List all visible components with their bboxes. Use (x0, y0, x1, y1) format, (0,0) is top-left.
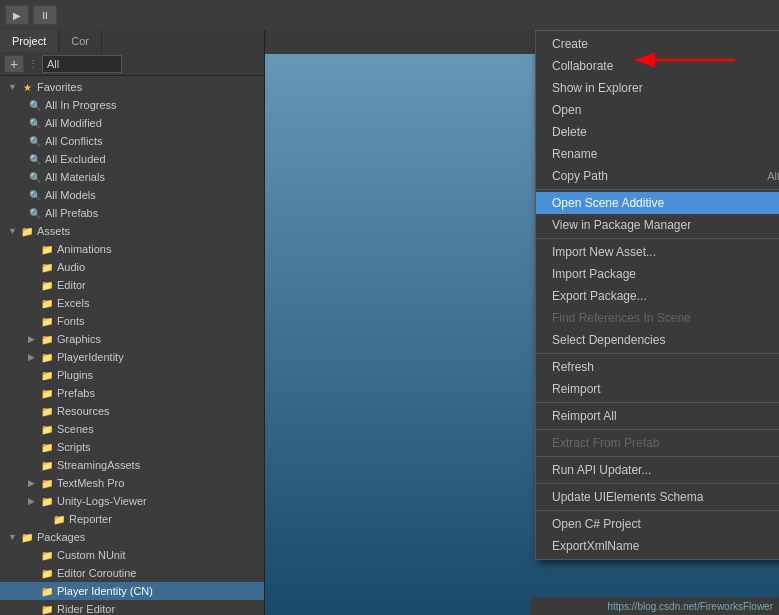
asset-item-label: Excels (57, 297, 89, 309)
list-item[interactable]: 🔍 All Materials (0, 168, 264, 186)
menu-item-create[interactable]: Create ▶ (536, 33, 779, 55)
folder-icon: 📁 (20, 224, 34, 238)
list-item[interactable]: 🔍 All Prefabs (0, 204, 264, 222)
list-item[interactable]: ▶ 📁 StreamingAssets (0, 456, 264, 474)
play-button[interactable]: ▶ (5, 5, 29, 25)
list-item[interactable]: 🔍 All Conflicts (0, 132, 264, 150)
menu-item-label: Update UIElements Schema (552, 490, 703, 504)
menu-separator (536, 353, 779, 354)
menu-item-label: Export Package... (552, 289, 647, 303)
search-icon: 🔍 (28, 134, 42, 148)
list-item[interactable]: ▶ 📁 Editor Coroutine (0, 564, 264, 582)
list-item[interactable]: ▶ 📁 Reporter (0, 510, 264, 528)
search-icon: 🔍 (28, 206, 42, 220)
folder-icon: 📁 (52, 512, 66, 526)
list-item[interactable]: ▶ 📁 Prefabs (0, 384, 264, 402)
player-identity-label: Player Identity (CN) (57, 585, 153, 597)
menu-item-reimport-all[interactable]: Reimport All (536, 405, 779, 427)
list-item[interactable]: ▶ 📁 Scripts (0, 438, 264, 456)
folder-icon: 📁 (40, 350, 54, 364)
menu-item-copy-path[interactable]: Copy Path Alt+Ctrl+C (536, 165, 779, 187)
menu-item-label: Run API Updater... (552, 463, 651, 477)
folder-icon: 📁 (40, 296, 54, 310)
packages-header[interactable]: ▼ 📁 Packages (0, 528, 264, 546)
fav-item-label: All In Progress (45, 99, 117, 111)
list-item[interactable]: ▶ 📁 Unity-Logs-Viewer (0, 492, 264, 510)
menu-item-label: Refresh (552, 360, 594, 374)
folder-icon: 📁 (40, 422, 54, 436)
asset-item-label: Scenes (57, 423, 94, 435)
folder-icon: 📁 (40, 242, 54, 256)
asset-item-label: Scripts (57, 441, 91, 453)
list-item[interactable]: ▶ 📁 Custom NUnit (0, 546, 264, 564)
folder-icon: 📁 (20, 530, 34, 544)
list-item[interactable]: ▶ 📁 Audio (0, 258, 264, 276)
menu-item-label: Create (552, 37, 588, 51)
menu-item-import-new-asset[interactable]: Import New Asset... (536, 241, 779, 263)
menu-item-refresh[interactable]: Refresh Ctrl+R (536, 356, 779, 378)
list-item[interactable]: ▶ 📁 Animations (0, 240, 264, 258)
menu-item-label: Find References In Scene (552, 311, 691, 325)
left-panel: Project Cor + ⋮ ▼ ★ Favorites 🔍 All In P… (0, 30, 265, 615)
context-menu: Create ▶ Collaborate ▶ Show in Explorer … (535, 30, 779, 560)
folder-icon: 📁 (40, 404, 54, 418)
menu-item-open-csharp[interactable]: Open C# Project (536, 513, 779, 535)
menu-item-export-xml-name[interactable]: ExportXmlName (536, 535, 779, 557)
list-item[interactable]: ▶ 📁 Editor (0, 276, 264, 294)
player-identity-item[interactable]: ▶ 📁 Player Identity (CN) (0, 582, 264, 600)
search-input[interactable] (42, 55, 122, 73)
list-item[interactable]: ▶ 📁 TextMesh Pro (0, 474, 264, 492)
list-item[interactable]: 🔍 All In Progress (0, 96, 264, 114)
list-item[interactable]: ▶ 📁 Scenes (0, 420, 264, 438)
tab-project[interactable]: Project (0, 30, 59, 52)
add-button[interactable]: + (4, 55, 24, 73)
list-item[interactable]: 🔍 All Modified (0, 114, 264, 132)
menu-item-view-package-manager[interactable]: View in Package Manager (536, 214, 779, 236)
menu-item-rename[interactable]: Rename (536, 143, 779, 165)
menu-separator (536, 189, 779, 190)
panel-toolbar: + ⋮ (0, 52, 264, 76)
favorites-header[interactable]: ▼ ★ Favorites (0, 78, 264, 96)
list-item[interactable]: 🔍 All Excluded (0, 150, 264, 168)
folder-icon: 📁 (40, 332, 54, 346)
folder-icon: 📁 (40, 260, 54, 274)
menu-item-run-api-updater[interactable]: Run API Updater... (536, 459, 779, 481)
assets-header[interactable]: ▼ 📁 Assets (0, 222, 264, 240)
list-item[interactable]: ▶ 📁 Fonts (0, 312, 264, 330)
list-item[interactable]: ▶ 📁 Plugins (0, 366, 264, 384)
folder-icon: 📁 (40, 386, 54, 400)
list-item[interactable]: ▶ 📁 Graphics (0, 330, 264, 348)
list-item[interactable]: ▶ 📁 Excels (0, 294, 264, 312)
list-item[interactable]: ▶ 📁 Resources (0, 402, 264, 420)
menu-item-show-in-explorer[interactable]: Show in Explorer (536, 77, 779, 99)
tab-console[interactable]: Cor (59, 30, 102, 52)
menu-item-select-dependencies[interactable]: Select Dependencies (536, 329, 779, 351)
asset-item-label: PlayerIdentity (57, 351, 124, 363)
menu-item-label: ExportXmlName (552, 539, 639, 553)
menu-item-export-package[interactable]: Export Package... (536, 285, 779, 307)
pause-button[interactable]: ⏸ (33, 5, 57, 25)
list-item[interactable]: ▶ 📁 PlayerIdentity (0, 348, 264, 366)
fav-item-label: All Materials (45, 171, 105, 183)
menu-item-open[interactable]: Open (536, 99, 779, 121)
options-dots[interactable]: ⋮ (28, 58, 38, 69)
search-icon: 🔍 (28, 98, 42, 112)
arrow-right-icon: ▶ (28, 496, 40, 506)
menu-item-open-scene-additive[interactable]: Open Scene Additive (536, 192, 779, 214)
menu-item-label: Copy Path (552, 169, 608, 183)
menu-item-reimport[interactable]: Reimport (536, 378, 779, 400)
folder-icon: 📁 (40, 476, 54, 490)
menu-item-label: Reimport (552, 382, 601, 396)
packages-label: Packages (37, 531, 85, 543)
folder-icon: 📁 (40, 548, 54, 562)
menu-item-collaborate[interactable]: Collaborate ▶ (536, 55, 779, 77)
menu-item-import-package[interactable]: Import Package ▶ (536, 263, 779, 285)
menu-item-update-ui-schema[interactable]: Update UIElements Schema (536, 486, 779, 508)
main-area: Project Cor + ⋮ ▼ ★ Favorites 🔍 All In P… (0, 30, 779, 615)
pkg-item-label: Editor Coroutine (57, 567, 137, 579)
fav-item-label: All Excluded (45, 153, 106, 165)
search-icon: 🔍 (28, 188, 42, 202)
menu-item-delete[interactable]: Delete (536, 121, 779, 143)
list-item[interactable]: 🔍 All Models (0, 186, 264, 204)
list-item[interactable]: ▶ 📁 Rider Editor (0, 600, 264, 615)
